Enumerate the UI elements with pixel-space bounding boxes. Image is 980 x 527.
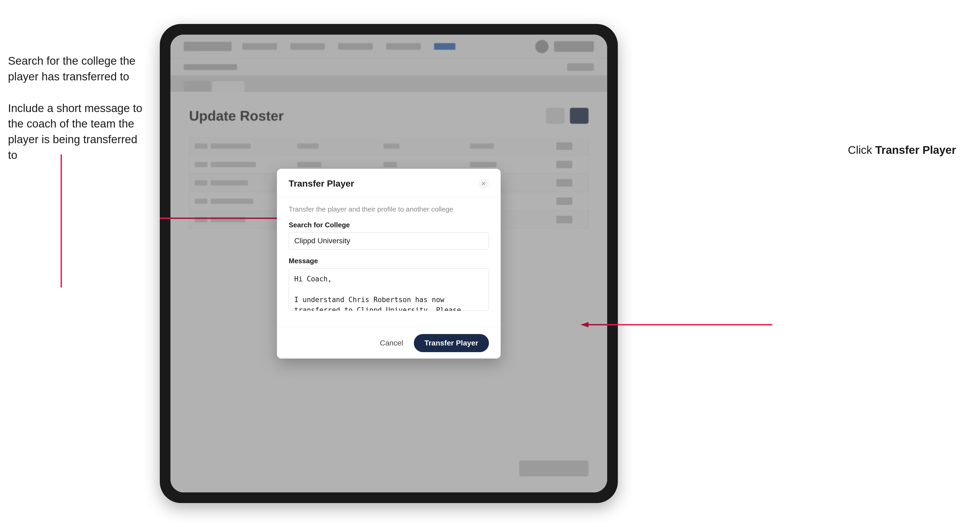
close-icon: × bbox=[482, 179, 486, 188]
modal-body: Transfer the player and their profile to… bbox=[277, 197, 501, 327]
tablet-screen: Update Roster bbox=[170, 35, 607, 492]
transfer-player-modal: Transfer Player × Transfer the player an… bbox=[277, 169, 501, 359]
message-label: Message bbox=[289, 257, 489, 265]
modal-close-button[interactable]: × bbox=[478, 178, 489, 189]
modal-footer: Cancel Transfer Player bbox=[277, 327, 501, 359]
annotation-left: Search for the college the player has tr… bbox=[8, 53, 146, 179]
message-form-group: Message Hi Coach, I understand Chris Rob… bbox=[289, 257, 489, 312]
modal-title: Transfer Player bbox=[289, 178, 354, 189]
college-label: Search for College bbox=[289, 221, 489, 229]
modal-subtitle: Transfer the player and their profile to… bbox=[289, 205, 489, 213]
college-form-group: Search for College bbox=[289, 221, 489, 249]
tablet-device: Update Roster bbox=[160, 24, 618, 503]
message-textarea[interactable]: Hi Coach, I understand Chris Robertson h… bbox=[289, 268, 489, 311]
annotation-left-bottom: Include a short message to the coach of … bbox=[8, 101, 146, 163]
annotation-right-prefix: Click bbox=[848, 144, 875, 156]
cancel-button[interactable]: Cancel bbox=[374, 336, 408, 350]
annotation-right-bold: Transfer Player bbox=[875, 144, 956, 156]
modal-header: Transfer Player × bbox=[277, 169, 501, 197]
college-search-input[interactable] bbox=[289, 232, 489, 249]
transfer-player-button[interactable]: Transfer Player bbox=[414, 334, 489, 352]
annotation-right: Click Transfer Player bbox=[848, 144, 956, 157]
modal-overlay: Transfer Player × Transfer the player an… bbox=[170, 35, 607, 492]
annotation-left-top: Search for the college the player has tr… bbox=[8, 53, 146, 85]
